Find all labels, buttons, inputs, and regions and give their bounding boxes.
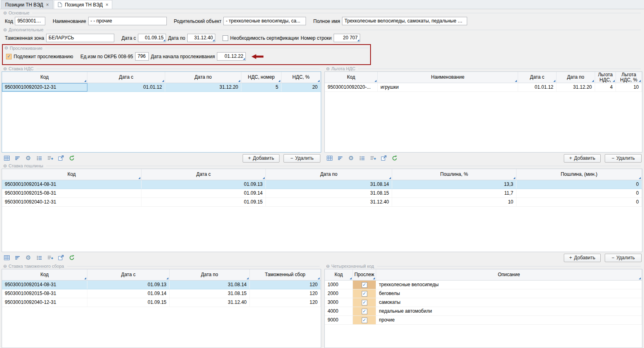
remove-button[interactable]: − Удалить	[284, 154, 320, 163]
table-row[interactable]: 1000✓трехколесные велосипеды	[325, 281, 642, 289]
numbered-list-icon[interactable]	[36, 155, 43, 162]
column-header[interactable]: Код	[325, 72, 378, 83]
table-cell: 9000	[325, 316, 353, 324]
numbered-list-icon[interactable]	[358, 155, 365, 162]
column-header[interactable]: Льгота НДС,	[595, 72, 616, 83]
refresh-icon[interactable]	[68, 155, 75, 162]
add-button[interactable]: + Добавить	[564, 254, 601, 262]
checkbox-icon[interactable]: ✓	[362, 300, 367, 305]
table-row[interactable]: 9000✓прочие	[325, 316, 642, 325]
column-header[interactable]: Код	[2, 72, 87, 83]
settings-gear-icon[interactable]: ⚙	[25, 155, 32, 162]
add-list-icon[interactable]	[47, 155, 53, 162]
column-header[interactable]: Описание	[376, 269, 642, 280]
checkbox-icon[interactable]: ✓	[362, 291, 367, 297]
checkbox-icon[interactable]: ✓	[362, 282, 367, 288]
column-header[interactable]: Прослеж	[353, 269, 376, 280]
table-row[interactable]: 95030010092020-...игрушки01.01.1231.12.2…	[325, 83, 642, 92]
column-header[interactable]: Наименование	[378, 72, 518, 83]
tab-position-detail[interactable]: Позиция ТН ВЭД ×	[54, 0, 112, 9]
table-row[interactable]: 95030010092015-08-3101.09.1431.08.1511,7…	[2, 189, 642, 198]
column-header[interactable]: НДС, %	[281, 72, 321, 83]
collapse-icon[interactable]: ⊖	[4, 46, 8, 50]
table-row[interactable]: 95030010092020-12-3101.01.1231.12.20520	[2, 83, 321, 92]
table-row[interactable]: 95030010092014-08-3101.09.1331.08.1413,3…	[2, 180, 642, 189]
grid-view-icon[interactable]	[3, 254, 10, 261]
name-field[interactable]: - - прочие	[88, 17, 167, 25]
column-header[interactable]: Дата по	[557, 72, 595, 83]
collapse-icon[interactable]: ⊖	[3, 164, 7, 168]
grid-view-icon[interactable]	[326, 155, 333, 162]
close-icon[interactable]: ×	[105, 2, 108, 7]
checkbox-icon[interactable]: ✓	[362, 309, 367, 314]
add-button[interactable]: + Добавить	[243, 154, 279, 163]
date-from-field[interactable]: 01.09.15	[138, 34, 166, 42]
table-row[interactable]: 2000✓беговелы	[325, 289, 642, 298]
column-header[interactable]: Дата с	[87, 269, 170, 280]
column-header[interactable]: Пошлина, (мин.)	[516, 169, 642, 180]
tab-positions-list[interactable]: Позиции ТН ВЭД ×	[1, 0, 53, 9]
row-checkbox-cell[interactable]: ✓	[353, 281, 376, 289]
certification-checkbox[interactable]	[223, 35, 228, 41]
add-button[interactable]: + Добавить	[564, 154, 601, 163]
open-external-icon[interactable]	[57, 155, 64, 162]
table-row[interactable]: 95030010092014-08-3101.09.1331.08.14120	[2, 281, 321, 289]
column-header[interactable]: Дата по	[266, 169, 392, 180]
refresh-icon[interactable]	[391, 155, 398, 162]
column-header[interactable]: Дата с	[142, 169, 266, 180]
column-header[interactable]: Дата по	[170, 269, 250, 280]
add-list-icon[interactable]	[47, 254, 53, 261]
grid-view-icon[interactable]	[3, 155, 10, 162]
table-row[interactable]: 95030010092040-12-3101.09.1531.12.40100	[2, 198, 642, 207]
row-checkbox-cell[interactable]: ✓	[353, 307, 376, 315]
table-cell: 31.08.14	[170, 281, 250, 289]
checkbox-icon[interactable]: ✓	[362, 317, 367, 323]
filter-sort-icon[interactable]	[14, 155, 21, 162]
column-header[interactable]: Код	[2, 169, 142, 180]
add-list-icon[interactable]	[369, 155, 376, 162]
column-header[interactable]: Код	[325, 269, 353, 280]
close-icon[interactable]: ×	[46, 2, 49, 7]
table-row[interactable]: 95030010092040-12-3101.09.1531.12.40120	[2, 298, 321, 307]
line-number-field[interactable]: 20 707	[334, 34, 360, 42]
collapse-icon[interactable]: ⊖	[3, 28, 7, 32]
collapse-icon[interactable]: ⊖	[326, 67, 330, 71]
settings-gear-icon[interactable]: ⚙	[25, 254, 32, 261]
code-field[interactable]: 9503001009	[15, 17, 45, 25]
filter-sort-icon[interactable]	[14, 254, 21, 261]
tracking-subject-checkbox[interactable]: ✓	[6, 54, 12, 59]
settings-gear-icon[interactable]: ⚙	[348, 155, 354, 162]
row-checkbox-cell[interactable]: ✓	[353, 289, 376, 298]
table-row[interactable]: 3000✓самокаты	[325, 298, 642, 307]
column-header[interactable]: Дата по	[165, 72, 241, 83]
remove-button[interactable]: − Удалить	[605, 254, 642, 262]
table-row[interactable]: 4000✓педальные автомобили	[325, 307, 642, 316]
collapse-icon[interactable]: ⊖	[326, 264, 330, 269]
tracking-start-date-field[interactable]: 01.12.22	[217, 52, 246, 61]
sort-indicator-icon	[375, 80, 377, 82]
customs-zone-field[interactable]: БЕЛАРУСЬ	[46, 34, 114, 42]
column-header[interactable]: Льгота НДС, %	[616, 72, 642, 83]
column-header[interactable]: Таможенный сбор	[250, 269, 321, 280]
collapse-icon[interactable]: ⊖	[3, 11, 7, 15]
collapse-icon[interactable]: ⊖	[3, 264, 7, 269]
remove-button[interactable]: − Удалить	[605, 154, 642, 163]
open-external-icon[interactable]	[380, 155, 387, 162]
row-checkbox-cell[interactable]: ✓	[353, 316, 376, 324]
column-header[interactable]: Дата с	[87, 72, 165, 83]
column-header[interactable]: Пошлина, %	[392, 169, 516, 180]
numbered-list-icon[interactable]	[36, 254, 43, 261]
table-row[interactable]: 95030010092015-08-3101.09.1431.08.15120	[2, 289, 321, 298]
date-to-field[interactable]: 31.12.40	[187, 34, 215, 42]
filter-sort-icon[interactable]	[337, 155, 344, 162]
collapse-icon[interactable]: ⊖	[3, 67, 7, 71]
column-header[interactable]: НДС, номер	[241, 72, 281, 83]
unit-okrb-field[interactable]: 796	[135, 52, 149, 61]
refresh-icon[interactable]	[68, 254, 75, 261]
column-header[interactable]: Код	[2, 269, 87, 280]
row-checkbox-cell[interactable]: ✓	[353, 298, 376, 307]
open-external-icon[interactable]	[57, 254, 64, 261]
full-name-field[interactable]: Трехколесные велосипеды, самокаты, педал…	[342, 17, 467, 25]
column-header[interactable]: Дата с	[518, 72, 557, 83]
parent-object-field[interactable]: - трехколесные велосипеды, са...	[223, 17, 306, 25]
